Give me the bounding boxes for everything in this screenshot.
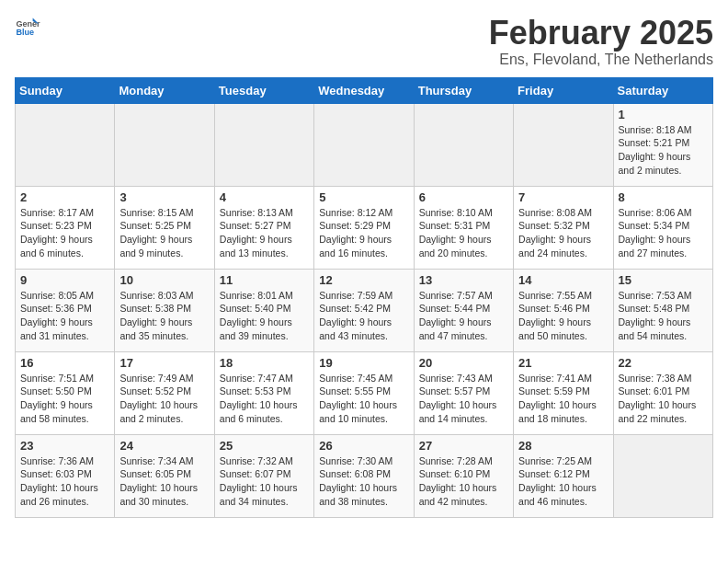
- day-info: Sunrise: 7:34 AM Sunset: 6:05 PM Dayligh…: [119, 454, 209, 509]
- day-number: 25: [220, 439, 309, 453]
- day-info: Sunrise: 8:01 AM Sunset: 5:40 PM Dayligh…: [220, 289, 309, 343]
- table-row: 3Sunrise: 8:15 AM Sunset: 5:25 PM Daylig…: [115, 186, 214, 269]
- logo: General Blue: [15, 15, 40, 40]
- day-number: 26: [319, 439, 408, 453]
- table-row: 19Sunrise: 7:45 AM Sunset: 5:55 PM Dayli…: [314, 351, 414, 434]
- table-row: [514, 103, 613, 186]
- day-number: 5: [319, 190, 408, 204]
- day-number: 13: [419, 273, 508, 287]
- day-info: Sunrise: 8:15 AM Sunset: 5:25 PM Dayligh…: [119, 206, 209, 260]
- day-info: Sunrise: 8:18 AM Sunset: 5:21 PM Dayligh…: [619, 123, 708, 178]
- day-number: 22: [619, 356, 708, 370]
- svg-text:Blue: Blue: [16, 28, 34, 37]
- day-info: Sunrise: 7:45 AM Sunset: 5:55 PM Dayligh…: [319, 372, 408, 426]
- calendar-week-row: 9Sunrise: 8:05 AM Sunset: 5:36 PM Daylig…: [16, 269, 713, 351]
- day-number: 7: [518, 190, 608, 204]
- table-row: 1Sunrise: 8:18 AM Sunset: 5:21 PM Daylig…: [613, 103, 712, 186]
- title-block: February 2025 Ens, Flevoland, The Nether…: [489, 15, 713, 68]
- day-number: 4: [220, 190, 309, 204]
- day-number: 19: [319, 356, 408, 370]
- header-monday: Monday: [115, 77, 214, 103]
- table-row: 20Sunrise: 7:43 AM Sunset: 5:57 PM Dayli…: [414, 351, 513, 434]
- table-row: 25Sunrise: 7:32 AM Sunset: 6:07 PM Dayli…: [214, 434, 313, 517]
- calendar-header-row: Sunday Monday Tuesday Wednesday Thursday…: [16, 77, 713, 103]
- table-row: [414, 103, 513, 186]
- table-row: 13Sunrise: 7:57 AM Sunset: 5:44 PM Dayli…: [414, 269, 513, 351]
- svg-text:General: General: [16, 19, 40, 29]
- calendar-title: February 2025: [489, 15, 713, 52]
- day-info: Sunrise: 7:43 AM Sunset: 5:57 PM Dayligh…: [419, 372, 508, 426]
- calendar-subtitle: Ens, Flevoland, The Netherlands: [489, 52, 713, 68]
- header-tuesday: Tuesday: [214, 77, 313, 103]
- table-row: 9Sunrise: 8:05 AM Sunset: 5:36 PM Daylig…: [16, 269, 115, 351]
- day-number: 14: [518, 273, 608, 287]
- day-info: Sunrise: 7:57 AM Sunset: 5:44 PM Dayligh…: [419, 289, 508, 343]
- day-number: 21: [518, 356, 608, 370]
- header-thursday: Thursday: [414, 77, 513, 103]
- table-row: 16Sunrise: 7:51 AM Sunset: 5:50 PM Dayli…: [16, 351, 115, 434]
- day-info: Sunrise: 8:13 AM Sunset: 5:27 PM Dayligh…: [220, 206, 309, 260]
- calendar-week-row: 16Sunrise: 7:51 AM Sunset: 5:50 PM Dayli…: [16, 351, 713, 434]
- page-header: General Blue February 2025 Ens, Flevolan…: [15, 15, 713, 68]
- day-info: Sunrise: 7:49 AM Sunset: 5:52 PM Dayligh…: [119, 372, 209, 426]
- calendar-table: Sunday Monday Tuesday Wednesday Thursday…: [15, 77, 713, 518]
- table-row: 15Sunrise: 7:53 AM Sunset: 5:48 PM Dayli…: [613, 269, 712, 351]
- table-row: 23Sunrise: 7:36 AM Sunset: 6:03 PM Dayli…: [16, 434, 115, 517]
- table-row: 11Sunrise: 8:01 AM Sunset: 5:40 PM Dayli…: [214, 269, 313, 351]
- day-info: Sunrise: 7:28 AM Sunset: 6:10 PM Dayligh…: [419, 454, 508, 509]
- table-row: [314, 103, 414, 186]
- day-info: Sunrise: 7:55 AM Sunset: 5:46 PM Dayligh…: [518, 289, 608, 343]
- table-row: 21Sunrise: 7:41 AM Sunset: 5:59 PM Dayli…: [514, 351, 613, 434]
- day-info: Sunrise: 8:10 AM Sunset: 5:31 PM Dayligh…: [419, 206, 508, 260]
- table-row: 7Sunrise: 8:08 AM Sunset: 5:32 PM Daylig…: [514, 186, 613, 269]
- day-number: 23: [20, 439, 109, 453]
- table-row: 14Sunrise: 7:55 AM Sunset: 5:46 PM Dayli…: [514, 269, 613, 351]
- day-number: 6: [419, 190, 508, 204]
- day-info: Sunrise: 8:06 AM Sunset: 5:34 PM Dayligh…: [619, 206, 708, 260]
- header-saturday: Saturday: [613, 77, 712, 103]
- day-number: 18: [220, 356, 309, 370]
- day-info: Sunrise: 7:41 AM Sunset: 5:59 PM Dayligh…: [518, 372, 608, 426]
- day-info: Sunrise: 8:12 AM Sunset: 5:29 PM Dayligh…: [319, 206, 408, 260]
- calendar-week-row: 2Sunrise: 8:17 AM Sunset: 5:23 PM Daylig…: [16, 186, 713, 269]
- day-number: 9: [20, 273, 109, 287]
- day-info: Sunrise: 7:59 AM Sunset: 5:42 PM Dayligh…: [319, 289, 408, 343]
- day-number: 20: [419, 356, 508, 370]
- table-row: 5Sunrise: 8:12 AM Sunset: 5:29 PM Daylig…: [314, 186, 414, 269]
- day-info: Sunrise: 8:03 AM Sunset: 5:38 PM Dayligh…: [119, 289, 209, 343]
- day-info: Sunrise: 7:32 AM Sunset: 6:07 PM Dayligh…: [220, 454, 309, 509]
- day-number: 28: [518, 439, 608, 453]
- day-info: Sunrise: 8:05 AM Sunset: 5:36 PM Dayligh…: [20, 289, 109, 343]
- table-row: 2Sunrise: 8:17 AM Sunset: 5:23 PM Daylig…: [16, 186, 115, 269]
- day-number: 3: [119, 190, 209, 204]
- day-number: 11: [220, 273, 309, 287]
- table-row: 28Sunrise: 7:25 AM Sunset: 6:12 PM Dayli…: [514, 434, 613, 517]
- table-row: 6Sunrise: 8:10 AM Sunset: 5:31 PM Daylig…: [414, 186, 513, 269]
- table-row: [613, 434, 712, 517]
- day-number: 2: [20, 190, 109, 204]
- table-row: 12Sunrise: 7:59 AM Sunset: 5:42 PM Dayli…: [314, 269, 414, 351]
- day-number: 10: [119, 273, 209, 287]
- table-row: 26Sunrise: 7:30 AM Sunset: 6:08 PM Dayli…: [314, 434, 414, 517]
- table-row: 22Sunrise: 7:38 AM Sunset: 6:01 PM Dayli…: [613, 351, 712, 434]
- day-info: Sunrise: 7:25 AM Sunset: 6:12 PM Dayligh…: [518, 454, 608, 509]
- table-row: 4Sunrise: 8:13 AM Sunset: 5:27 PM Daylig…: [214, 186, 313, 269]
- day-number: 17: [119, 356, 209, 370]
- header-sunday: Sunday: [16, 77, 115, 103]
- logo-icon: General Blue: [15, 15, 40, 40]
- table-row: 27Sunrise: 7:28 AM Sunset: 6:10 PM Dayli…: [414, 434, 513, 517]
- day-number: 8: [619, 190, 708, 204]
- table-row: 10Sunrise: 8:03 AM Sunset: 5:38 PM Dayli…: [115, 269, 214, 351]
- header-friday: Friday: [514, 77, 613, 103]
- day-info: Sunrise: 8:08 AM Sunset: 5:32 PM Dayligh…: [518, 206, 608, 260]
- table-row: 17Sunrise: 7:49 AM Sunset: 5:52 PM Dayli…: [115, 351, 214, 434]
- table-row: 8Sunrise: 8:06 AM Sunset: 5:34 PM Daylig…: [613, 186, 712, 269]
- day-number: 1: [619, 108, 708, 121]
- day-info: Sunrise: 7:38 AM Sunset: 6:01 PM Dayligh…: [619, 372, 708, 426]
- day-info: Sunrise: 8:17 AM Sunset: 5:23 PM Dayligh…: [20, 206, 109, 260]
- day-number: 24: [119, 439, 209, 453]
- day-info: Sunrise: 7:36 AM Sunset: 6:03 PM Dayligh…: [20, 454, 109, 509]
- header-wednesday: Wednesday: [314, 77, 414, 103]
- day-number: 15: [619, 273, 708, 287]
- table-row: [115, 103, 214, 186]
